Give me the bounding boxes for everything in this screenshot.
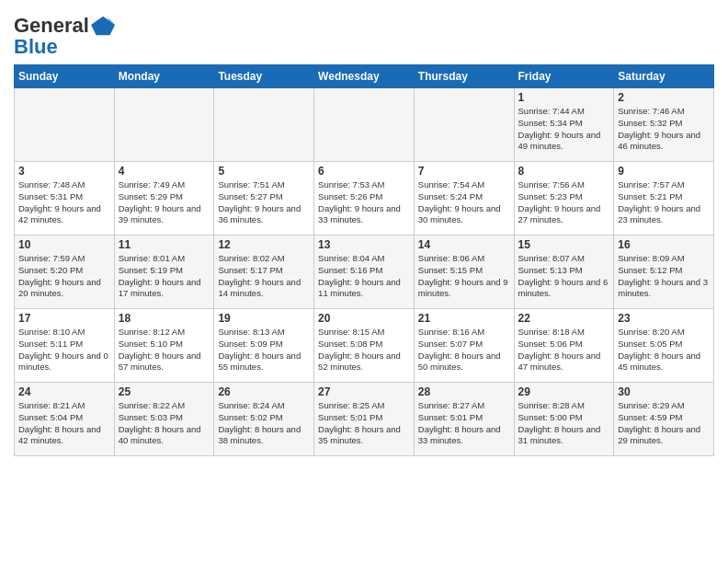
day-number: 11	[119, 238, 210, 251]
day-content: Sunrise: 8:25 AM Sunset: 5:01 PM Dayligh…	[318, 400, 410, 447]
day-content: Sunrise: 7:57 AM Sunset: 5:21 PM Dayligh…	[618, 179, 710, 226]
day-content: Sunrise: 8:04 AM Sunset: 5:16 PM Dayligh…	[318, 253, 410, 300]
calendar-cell: 20Sunrise: 8:15 AM Sunset: 5:08 PM Dayli…	[314, 309, 415, 383]
day-content: Sunrise: 7:59 AM Sunset: 5:20 PM Dayligh…	[18, 253, 110, 300]
col-thursday: Thursday	[414, 65, 514, 88]
day-number: 18	[119, 312, 210, 325]
calendar-cell	[414, 88, 514, 162]
day-number: 19	[218, 312, 310, 325]
day-number: 2	[618, 91, 710, 104]
day-content: Sunrise: 8:09 AM Sunset: 5:12 PM Dayligh…	[618, 253, 710, 300]
calendar-table: Sunday Monday Tuesday Wednesday Thursday…	[14, 64, 714, 456]
day-content: Sunrise: 8:21 AM Sunset: 5:04 PM Dayligh…	[18, 400, 110, 447]
day-content: Sunrise: 7:49 AM Sunset: 5:29 PM Dayligh…	[119, 179, 210, 226]
col-monday: Monday	[114, 65, 214, 88]
calendar-week-3: 17Sunrise: 8:10 AM Sunset: 5:11 PM Dayli…	[15, 309, 714, 383]
day-content: Sunrise: 8:24 AM Sunset: 5:02 PM Dayligh…	[218, 400, 310, 447]
calendar-cell: 15Sunrise: 8:07 AM Sunset: 5:13 PM Dayli…	[514, 236, 614, 309]
day-content: Sunrise: 8:01 AM Sunset: 5:19 PM Dayligh…	[119, 253, 210, 300]
day-number: 7	[418, 165, 510, 178]
page-container: General Blue Sunday Monday Tuesday We	[0, 0, 728, 461]
day-number: 23	[618, 312, 710, 325]
calendar-cell: 27Sunrise: 8:25 AM Sunset: 5:01 PM Dayli…	[314, 383, 415, 456]
day-content: Sunrise: 8:07 AM Sunset: 5:13 PM Dayligh…	[518, 253, 610, 300]
day-number: 16	[618, 238, 710, 251]
col-wednesday: Wednesday	[314, 65, 415, 88]
calendar-cell: 12Sunrise: 8:02 AM Sunset: 5:17 PM Dayli…	[214, 236, 314, 309]
day-number: 4	[119, 165, 210, 178]
calendar-cell	[114, 88, 214, 162]
day-number: 24	[18, 385, 110, 398]
day-content: Sunrise: 8:27 AM Sunset: 5:01 PM Dayligh…	[418, 400, 510, 447]
day-content: Sunrise: 7:48 AM Sunset: 5:31 PM Dayligh…	[18, 179, 110, 226]
calendar-cell: 30Sunrise: 8:29 AM Sunset: 4:59 PM Dayli…	[614, 383, 714, 456]
day-content: Sunrise: 8:16 AM Sunset: 5:07 PM Dayligh…	[418, 327, 510, 373]
day-number: 28	[418, 385, 510, 398]
col-tuesday: Tuesday	[214, 65, 314, 88]
day-number: 13	[318, 238, 410, 251]
day-number: 12	[218, 238, 310, 251]
day-content: Sunrise: 8:28 AM Sunset: 5:00 PM Dayligh…	[518, 400, 610, 447]
calendar-cell: 2Sunrise: 7:46 AM Sunset: 5:32 PM Daylig…	[614, 88, 714, 162]
day-content: Sunrise: 7:53 AM Sunset: 5:26 PM Dayligh…	[318, 179, 410, 226]
calendar-cell: 17Sunrise: 8:10 AM Sunset: 5:11 PM Dayli…	[15, 309, 115, 383]
calendar-cell: 19Sunrise: 8:13 AM Sunset: 5:09 PM Dayli…	[214, 309, 314, 383]
svg-marker-0	[91, 17, 115, 36]
day-content: Sunrise: 7:44 AM Sunset: 5:34 PM Dayligh…	[518, 106, 610, 153]
calendar-cell: 7Sunrise: 7:54 AM Sunset: 5:24 PM Daylig…	[414, 162, 514, 236]
header: General Blue	[14, 9, 714, 59]
day-number: 9	[618, 165, 710, 178]
day-content: Sunrise: 7:54 AM Sunset: 5:24 PM Dayligh…	[418, 179, 510, 226]
logo: General Blue	[14, 13, 117, 59]
calendar-week-4: 24Sunrise: 8:21 AM Sunset: 5:04 PM Dayli…	[15, 383, 714, 456]
day-number: 15	[518, 238, 610, 251]
calendar-cell: 16Sunrise: 8:09 AM Sunset: 5:12 PM Dayli…	[614, 236, 714, 309]
calendar-cell: 10Sunrise: 7:59 AM Sunset: 5:20 PM Dayli…	[15, 236, 115, 309]
day-number: 3	[18, 165, 110, 178]
day-number: 22	[518, 312, 610, 325]
logo-text: General	[14, 16, 89, 36]
header-row: Sunday Monday Tuesday Wednesday Thursday…	[15, 65, 714, 88]
calendar-week-2: 10Sunrise: 7:59 AM Sunset: 5:20 PM Dayli…	[15, 236, 714, 309]
day-number: 17	[18, 312, 110, 325]
calendar-cell: 13Sunrise: 8:04 AM Sunset: 5:16 PM Dayli…	[314, 236, 415, 309]
day-content: Sunrise: 8:20 AM Sunset: 5:05 PM Dayligh…	[618, 327, 710, 373]
day-number: 14	[418, 238, 510, 251]
calendar-cell	[15, 88, 115, 162]
day-content: Sunrise: 8:22 AM Sunset: 5:03 PM Dayligh…	[119, 400, 210, 447]
calendar-cell: 5Sunrise: 7:51 AM Sunset: 5:27 PM Daylig…	[214, 162, 314, 236]
calendar-cell: 22Sunrise: 8:18 AM Sunset: 5:06 PM Dayli…	[514, 309, 614, 383]
col-sunday: Sunday	[15, 65, 115, 88]
calendar-cell: 24Sunrise: 8:21 AM Sunset: 5:04 PM Dayli…	[15, 383, 115, 456]
day-content: Sunrise: 7:46 AM Sunset: 5:32 PM Dayligh…	[618, 106, 710, 153]
calendar-cell: 4Sunrise: 7:49 AM Sunset: 5:29 PM Daylig…	[114, 162, 214, 236]
day-number: 27	[318, 385, 410, 398]
col-saturday: Saturday	[614, 65, 714, 88]
calendar-cell: 23Sunrise: 8:20 AM Sunset: 5:05 PM Dayli…	[614, 309, 714, 383]
calendar-cell	[214, 88, 314, 162]
calendar-cell: 6Sunrise: 7:53 AM Sunset: 5:26 PM Daylig…	[314, 162, 415, 236]
calendar-cell: 25Sunrise: 8:22 AM Sunset: 5:03 PM Dayli…	[114, 383, 214, 456]
calendar-cell: 28Sunrise: 8:27 AM Sunset: 5:01 PM Dayli…	[414, 383, 514, 456]
calendar-cell: 14Sunrise: 8:06 AM Sunset: 5:15 PM Dayli…	[414, 236, 514, 309]
calendar-cell: 1Sunrise: 7:44 AM Sunset: 5:34 PM Daylig…	[514, 88, 614, 162]
day-content: Sunrise: 8:10 AM Sunset: 5:11 PM Dayligh…	[18, 327, 110, 373]
day-number: 10	[18, 238, 110, 251]
day-number: 21	[418, 312, 510, 325]
calendar-week-1: 3Sunrise: 7:48 AM Sunset: 5:31 PM Daylig…	[15, 162, 714, 236]
day-number: 30	[618, 385, 710, 398]
calendar-cell: 3Sunrise: 7:48 AM Sunset: 5:31 PM Daylig…	[15, 162, 115, 236]
calendar-body: 1Sunrise: 7:44 AM Sunset: 5:34 PM Daylig…	[15, 88, 714, 456]
calendar-cell: 8Sunrise: 7:56 AM Sunset: 5:23 PM Daylig…	[514, 162, 614, 236]
calendar-cell: 21Sunrise: 8:16 AM Sunset: 5:07 PM Dayli…	[414, 309, 514, 383]
calendar-cell: 26Sunrise: 8:24 AM Sunset: 5:02 PM Dayli…	[214, 383, 314, 456]
day-content: Sunrise: 7:51 AM Sunset: 5:27 PM Dayligh…	[218, 179, 310, 226]
col-friday: Friday	[514, 65, 614, 88]
calendar-cell: 11Sunrise: 8:01 AM Sunset: 5:19 PM Dayli…	[114, 236, 214, 309]
logo-icon	[91, 13, 117, 39]
day-number: 1	[518, 91, 610, 104]
day-number: 5	[218, 165, 310, 178]
calendar-cell: 18Sunrise: 8:12 AM Sunset: 5:10 PM Dayli…	[114, 309, 214, 383]
day-number: 29	[518, 385, 610, 398]
calendar-cell	[314, 88, 415, 162]
